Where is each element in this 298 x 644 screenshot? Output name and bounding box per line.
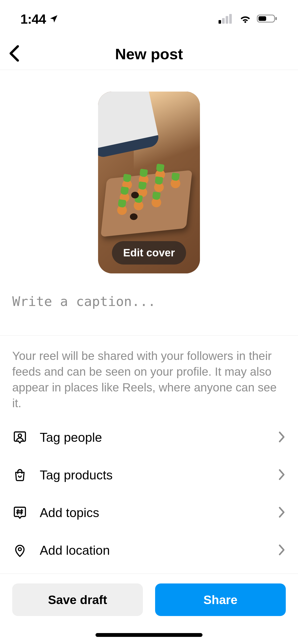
caption-input[interactable]: [12, 294, 286, 334]
tag-people-label: Tag people: [40, 430, 265, 445]
svg-rect-2: [226, 16, 228, 24]
back-button[interactable]: [8, 45, 20, 63]
tag-people-row[interactable]: Tag people: [0, 419, 298, 456]
svg-point-12: [18, 548, 21, 551]
status-bar: 1:44: [0, 0, 298, 38]
add-topics-label: Add topics: [40, 505, 265, 520]
location-arrow-icon: [49, 11, 59, 27]
svg-line-8: [18, 510, 18, 514]
svg-rect-5: [259, 16, 266, 21]
share-button[interactable]: Share: [155, 583, 286, 616]
hashtag-icon: [12, 505, 28, 520]
edit-cover-button[interactable]: Edit cover: [112, 241, 186, 265]
svg-point-7: [18, 434, 22, 437]
wifi-icon: [238, 13, 252, 25]
svg-rect-3: [229, 14, 232, 24]
location-pin-icon: [12, 543, 28, 558]
add-topics-row[interactable]: Add topics: [0, 494, 298, 532]
battery-icon: [257, 13, 278, 25]
chevron-right-icon: [278, 544, 286, 557]
svg-line-9: [21, 510, 22, 514]
home-indicator[interactable]: [96, 633, 202, 637]
svg-rect-1: [222, 18, 225, 24]
add-location-label: Add location: [40, 543, 265, 558]
chevron-right-icon: [278, 506, 286, 519]
cover-preview[interactable]: Edit cover: [98, 92, 200, 273]
tag-products-label: Tag products: [40, 468, 265, 482]
page-title: New post: [115, 45, 183, 63]
svg-rect-0: [219, 20, 221, 24]
preview-section: Edit cover: [0, 70, 298, 294]
chevron-right-icon: [278, 431, 286, 444]
svg-rect-6: [275, 17, 277, 20]
shopping-bag-icon: [12, 467, 28, 483]
tag-products-row[interactable]: Tag products: [0, 456, 298, 494]
cellular-signal-icon: [219, 13, 234, 25]
chevron-right-icon: [278, 469, 286, 482]
share-disclaimer: Your reel will be shared with your follo…: [0, 336, 298, 419]
status-time: 1:44: [20, 11, 46, 27]
add-location-row[interactable]: Add location: [0, 532, 298, 569]
nav-header: New post: [0, 38, 298, 70]
save-draft-button[interactable]: Save draft: [12, 583, 143, 616]
person-tag-icon: [12, 430, 28, 445]
